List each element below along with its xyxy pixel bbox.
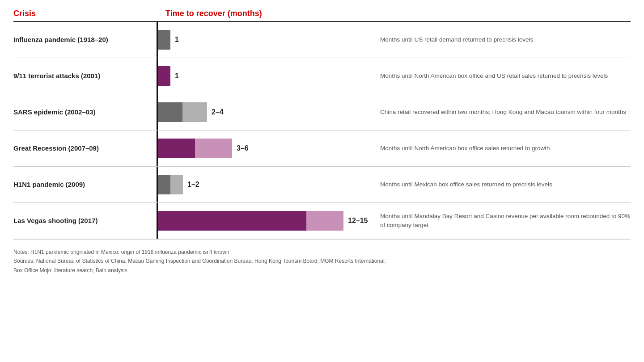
bar-primary bbox=[158, 30, 170, 50]
row-description: Months until US retail demand returned t… bbox=[362, 35, 631, 44]
axis-line bbox=[157, 130, 158, 166]
bar-primary bbox=[158, 211, 306, 231]
row-description: Months until North American box office s… bbox=[362, 144, 631, 153]
chart-container: Crisis Time to recover (months) Influenz… bbox=[13, 9, 631, 275]
range-label: 1 bbox=[175, 72, 179, 80]
crisis-label: Influenza pandemic (1918–20) bbox=[13, 35, 157, 44]
bar-area: 1–2 bbox=[157, 175, 362, 194]
table-row: Great Recession (2007–09)3–6Months until… bbox=[13, 130, 631, 167]
bar-area: 3–6 bbox=[157, 139, 362, 158]
range-label: 2–4 bbox=[212, 108, 224, 116]
table-row: Influenza pandemic (1918–20)1Months unti… bbox=[13, 22, 631, 58]
axis-line bbox=[157, 167, 158, 202]
bars-wrapper: 1–2 bbox=[158, 175, 199, 194]
bar-primary bbox=[158, 139, 195, 158]
crisis-label: SARS epidemic (2002–03) bbox=[13, 108, 157, 117]
crisis-label: 9/11 terrorist attacks (2001) bbox=[13, 72, 157, 80]
table-row: 9/11 terrorist attacks (2001)1Months unt… bbox=[13, 58, 631, 94]
range-label: 3–6 bbox=[237, 144, 249, 152]
bar-primary bbox=[158, 102, 182, 122]
bars-wrapper: 2–4 bbox=[158, 102, 224, 122]
row-description: Months until Mexican box office sales re… bbox=[362, 180, 631, 189]
bar-area: 1 bbox=[157, 30, 362, 50]
bar-area: 12–15 bbox=[157, 211, 362, 231]
bar-secondary bbox=[182, 102, 207, 122]
bar-area: 1 bbox=[157, 66, 362, 86]
row-description: Months until Mandalay Bay Resort and Cas… bbox=[362, 212, 631, 230]
crisis-label: Great Recession (2007–09) bbox=[13, 144, 157, 153]
footer-line1: Notes: H1N1 pandemic originated in Mexic… bbox=[13, 248, 631, 257]
row-description: Months until North American box office a… bbox=[362, 72, 631, 80]
table-row: Las Vegas shooting (2017)12–15Months unt… bbox=[13, 203, 631, 239]
chart-header: Crisis Time to recover (months) bbox=[13, 9, 631, 22]
bar-secondary bbox=[170, 175, 183, 194]
range-label: 1 bbox=[175, 36, 179, 44]
bar-secondary bbox=[306, 211, 343, 231]
axis-line bbox=[157, 94, 158, 130]
range-label: 1–2 bbox=[187, 181, 199, 189]
crisis-label: H1N1 pandemic (2009) bbox=[13, 180, 157, 189]
axis-line bbox=[157, 58, 158, 94]
crisis-label: Las Vegas shooting (2017) bbox=[13, 216, 157, 225]
table-row: SARS epidemic (2002–03)2–4China retail r… bbox=[13, 94, 631, 130]
range-label: 12–15 bbox=[348, 217, 368, 225]
bars-wrapper: 1 bbox=[158, 66, 179, 86]
footer-line3: Box Office Mojo; literature search; Bain… bbox=[13, 266, 631, 275]
bar-primary bbox=[158, 175, 170, 194]
header-time-label: Time to recover (months) bbox=[157, 9, 631, 18]
chart-footer: Notes: H1N1 pandemic originated in Mexic… bbox=[13, 248, 631, 275]
table-row: H1N1 pandemic (2009)1–2Months until Mexi… bbox=[13, 167, 631, 203]
row-description: China retail recovered within two months… bbox=[362, 108, 631, 117]
bars-wrapper: 12–15 bbox=[158, 211, 368, 231]
bars-wrapper: 3–6 bbox=[158, 139, 249, 158]
axis-line bbox=[157, 203, 158, 239]
bars-wrapper: 1 bbox=[158, 30, 179, 50]
header-crisis-label: Crisis bbox=[13, 9, 157, 18]
bar-secondary bbox=[195, 139, 232, 158]
bar-area: 2–4 bbox=[157, 102, 362, 122]
bar-primary bbox=[158, 66, 170, 86]
footer-line2: Sources: National Bureau of Statistics o… bbox=[13, 257, 631, 265]
axis-line bbox=[157, 22, 158, 58]
chart-data-rows: Influenza pandemic (1918–20)1Months unti… bbox=[13, 22, 631, 240]
